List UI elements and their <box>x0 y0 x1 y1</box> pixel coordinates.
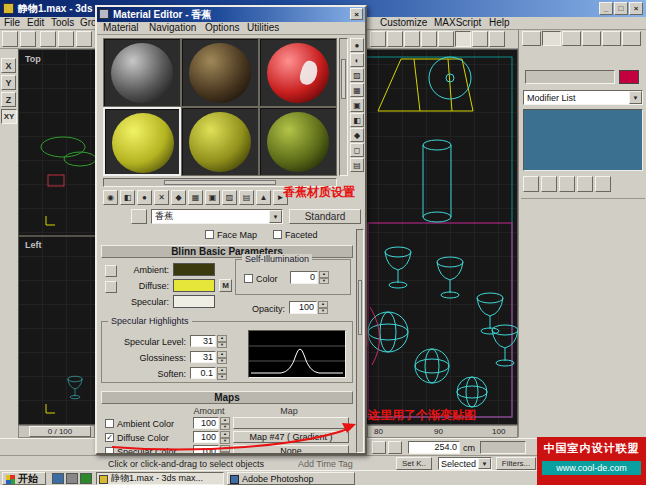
set-key-button[interactable]: Set K.. <box>396 457 432 470</box>
taskbar-task-photoshop[interactable]: Adobe Photoshop <box>227 472 355 485</box>
faceted-checkbox[interactable] <box>273 230 282 239</box>
show-end-result-icon[interactable]: ▤ <box>239 190 254 205</box>
background-icon[interactable]: ▨ <box>350 68 364 82</box>
specular-level-value[interactable]: 31 <box>190 335 216 347</box>
object-color-swatch[interactable] <box>619 70 639 84</box>
self-illum-color-checkbox[interactable] <box>244 274 253 283</box>
specular-map-checkbox[interactable] <box>105 447 114 455</box>
glossiness-value[interactable]: 31 <box>190 351 216 363</box>
go-parent-icon[interactable]: ▲ <box>256 190 271 205</box>
quicklaunch-media-icon[interactable] <box>80 473 92 484</box>
chevron-down-icon[interactable] <box>269 210 282 223</box>
axis-xy-button[interactable]: XY <box>1 109 17 124</box>
redo-icon[interactable] <box>20 31 36 47</box>
ambient-map-spinner[interactable] <box>220 417 230 430</box>
sample-slot-4[interactable] <box>103 107 181 176</box>
modify-tab[interactable] <box>542 31 561 46</box>
curve-editor-icon[interactable] <box>421 31 437 47</box>
time-slider-handle[interactable]: 0 / 100 <box>29 426 91 437</box>
make-unique-stack-icon[interactable] <box>559 176 575 192</box>
align-icon[interactable] <box>387 31 403 47</box>
blinn-basic-parameters-rollout[interactable]: Blinn Basic Parameters <box>101 245 353 258</box>
scrollbar-thumb[interactable] <box>164 180 276 185</box>
ambient-map-amount[interactable]: 100 <box>193 417 219 429</box>
layer-manager-icon[interactable] <box>404 31 420 47</box>
pick-material-icon[interactable] <box>131 209 147 224</box>
chevron-down-icon[interactable] <box>629 91 642 104</box>
menu-customize[interactable]: Customize <box>380 17 427 28</box>
render-scene-icon[interactable] <box>472 31 488 47</box>
me-menu-material[interactable]: Material <box>103 22 139 33</box>
reset-map-icon[interactable]: ✕ <box>154 190 169 205</box>
sample-vertical-scrollbar[interactable] <box>339 38 348 176</box>
diffuse-map-spinner[interactable] <box>220 431 230 444</box>
modifier-list-dropdown[interactable]: Modifier List <box>523 90 643 105</box>
put-material-icon[interactable]: ◧ <box>120 190 135 205</box>
select-link-icon[interactable] <box>40 31 56 47</box>
sample-slot-3[interactable] <box>259 38 337 107</box>
me-menu-options[interactable]: Options <box>205 22 239 33</box>
specular-color-swatch[interactable] <box>173 295 215 308</box>
unlink-icon[interactable] <box>58 31 74 47</box>
soften-spinner[interactable] <box>217 367 227 380</box>
ambient-map-checkbox[interactable] <box>105 419 114 428</box>
coordinate-field[interactable]: 254.0 <box>408 441 460 454</box>
abs-relative-coords-icon[interactable] <box>372 441 386 454</box>
soften-value[interactable]: 0.1 <box>190 367 216 379</box>
diffuse-map-amount[interactable]: 100 <box>193 431 219 443</box>
opacity-spinner[interactable] <box>318 301 328 314</box>
diffuse-map-shortcut-button[interactable]: M <box>219 279 232 292</box>
backlight-icon[interactable]: ◐ <box>350 53 364 67</box>
utilities-tab[interactable] <box>622 31 641 46</box>
diffuse-map-checkbox[interactable]: ✓ <box>105 433 114 442</box>
specular-map-spinner[interactable] <box>220 445 230 455</box>
material-editor-icon[interactable] <box>455 31 471 47</box>
menu-help[interactable]: Help <box>489 17 510 28</box>
diffuse-color-swatch[interactable] <box>173 279 215 292</box>
material-editor-close-icon[interactable]: × <box>350 8 363 20</box>
video-color-check-icon[interactable]: ▣ <box>350 98 364 112</box>
ambient-color-swatch[interactable] <box>173 263 215 276</box>
create-tab[interactable] <box>522 31 541 46</box>
quick-render-icon[interactable] <box>489 31 505 47</box>
pin-stack-icon[interactable] <box>523 176 539 192</box>
specular-map-button[interactable]: None <box>233 445 349 455</box>
maps-rollout[interactable]: Maps <box>101 391 353 404</box>
scrollbar-thumb[interactable] <box>358 280 362 335</box>
remove-modifier-icon[interactable] <box>577 176 593 192</box>
configure-modifier-sets-icon[interactable] <box>595 176 611 192</box>
filters-button[interactable]: Filters... <box>496 457 536 470</box>
specular-level-spinner[interactable] <box>217 335 227 348</box>
quicklaunch-ie-icon[interactable] <box>52 473 64 484</box>
add-time-tag[interactable]: Add Time Tag <box>298 459 353 469</box>
lock-diffuse-specular-icon[interactable] <box>105 281 117 293</box>
material-id-icon[interactable]: ▣ <box>205 190 220 205</box>
opacity-value[interactable]: 100 <box>289 301 317 314</box>
sample-type-icon[interactable]: ● <box>350 38 364 52</box>
minimize-button[interactable]: _ <box>599 2 613 15</box>
select-by-material-icon[interactable]: ◻ <box>350 143 364 157</box>
make-unique-icon[interactable]: ◆ <box>171 190 186 205</box>
make-preview-icon[interactable]: ◧ <box>350 113 364 127</box>
show-map-icon[interactable]: ▨ <box>222 190 237 205</box>
face-map-checkbox[interactable] <box>205 230 214 239</box>
bind-spacewarp-icon[interactable] <box>76 31 92 47</box>
self-illum-spinner[interactable] <box>319 271 329 284</box>
assign-material-icon[interactable]: ● <box>137 190 152 205</box>
key-filter-dropdown[interactable]: Selected <box>438 457 492 470</box>
sample-tiling-icon[interactable]: ▦ <box>350 83 364 97</box>
me-menu-navigation[interactable]: Navigation <box>149 22 196 33</box>
glossiness-spinner[interactable] <box>217 351 227 364</box>
chevron-down-icon[interactable] <box>478 458 491 469</box>
sample-slot-2[interactable] <box>181 38 259 107</box>
sample-slot-5[interactable] <box>181 107 259 176</box>
menu-maxscript[interactable]: MAXScript <box>434 17 481 28</box>
material-name-dropdown[interactable]: 香蕉 <box>151 209 283 224</box>
axis-x-button[interactable]: X <box>1 58 16 73</box>
snap-toggle-icon[interactable] <box>388 441 402 454</box>
hierarchy-tab[interactable] <box>562 31 581 46</box>
parameters-scrollbar[interactable] <box>356 229 364 453</box>
scrollbar-thumb[interactable] <box>341 59 346 99</box>
quicklaunch-desktop-icon[interactable] <box>66 473 78 484</box>
put-to-library-icon[interactable]: ▦ <box>188 190 203 205</box>
